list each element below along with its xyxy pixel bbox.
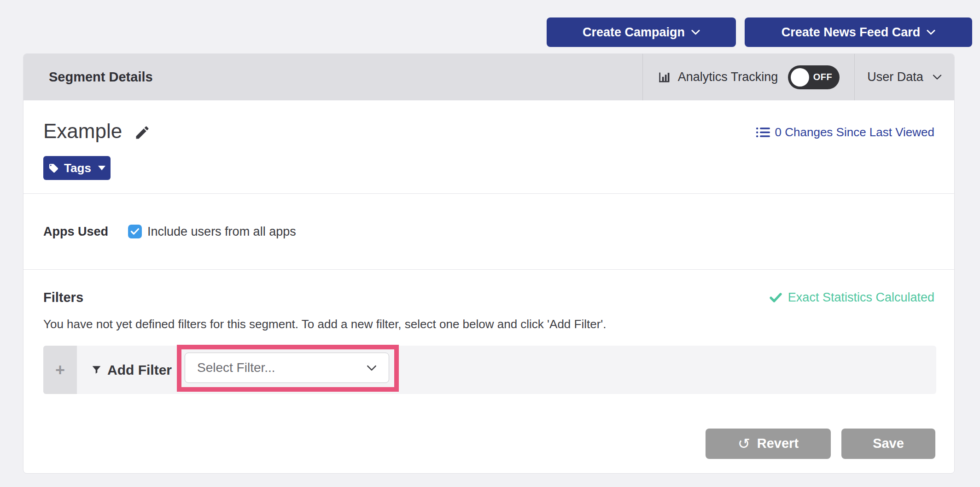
chevron-down-icon [367,365,377,371]
revert-button-label: Revert [757,436,799,451]
page-title: Segment Details [23,54,642,100]
exact-statistics-status: Exact Statistics Calculated [770,290,934,305]
create-campaign-button[interactable]: Create Campaign [547,17,736,47]
checkmark-icon [130,228,140,235]
user-data-dropdown[interactable]: User Data [854,54,954,100]
changes-link-label: 0 Changes Since Last Viewed [775,125,934,139]
segment-details-panel: Segment Details Analytics Tracking OFF U… [23,53,955,474]
filters-section: Filters Exact Statistics Calculated You … [23,270,954,413]
chevron-down-icon [691,29,700,35]
toggle-state-label: OFF [813,72,833,82]
apps-used-section: Apps Used Include users from all apps [23,194,954,270]
apps-used-label: Apps Used [43,225,108,239]
tags-button[interactable]: Tags [43,156,111,180]
chevron-down-icon [933,74,942,80]
change-log-list-icon [756,127,770,138]
chevron-down-icon [927,29,935,35]
filters-heading: Filters [43,290,83,305]
include-all-apps-checkbox[interactable] [128,225,142,238]
changes-since-last-viewed-link[interactable]: 0 Changes Since Last Viewed [756,125,934,139]
tags-button-label: Tags [64,161,91,175]
include-all-apps-label: Include users from all apps [147,225,296,239]
revert-button[interactable]: ↺ Revert [706,429,831,459]
top-action-bar: Create Campaign Create News Feed Card [547,17,972,47]
create-news-feed-card-button[interactable]: Create News Feed Card [745,17,972,47]
select-filter-dropdown[interactable]: Select Filter... [185,353,389,383]
panel-header-bar: Segment Details Analytics Tracking OFF U… [23,54,954,100]
segment-title-section: Example 0 Changes Since Last Viewed [23,100,954,194]
toggle-knob [791,68,809,87]
create-news-feed-card-label: Create News Feed Card [782,25,921,40]
exact-statistics-label: Exact Statistics Calculated [788,290,934,305]
bar-chart-icon [658,70,671,84]
caret-down-icon [98,166,105,170]
tag-icon [48,163,59,174]
add-filter-label-group: Add Filter [91,362,172,378]
analytics-tracking-label: Analytics Tracking [678,70,778,84]
segment-name: Example [43,120,122,143]
add-filter-plus-button[interactable]: + [43,346,77,394]
select-filter-placeholder: Select Filter... [197,360,275,375]
user-data-label: User Data [867,70,923,84]
analytics-tracking-block: Analytics Tracking OFF [642,54,854,100]
revert-undo-icon: ↺ [738,436,750,451]
create-campaign-label: Create Campaign [583,25,685,40]
panel-footer: ↺ Revert Save [23,413,954,474]
check-icon [770,293,782,302]
filters-empty-text: You have not yet defined filters for thi… [43,317,934,331]
analytics-tracking-toggle[interactable]: OFF [788,65,840,89]
save-button[interactable]: Save [841,429,935,459]
funnel-icon [91,364,102,376]
edit-name-pencil-icon[interactable] [134,124,151,141]
add-filter-label: Add Filter [107,362,172,378]
add-filter-row: + Add Filter [43,346,936,394]
save-button-label: Save [873,436,904,451]
